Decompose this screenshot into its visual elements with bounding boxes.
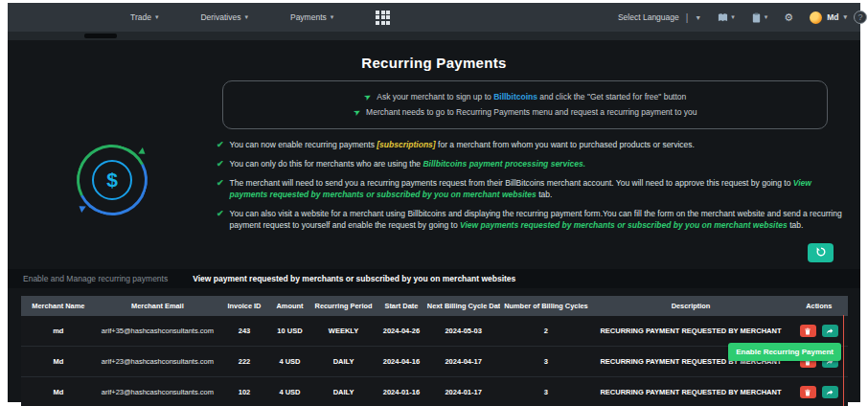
orders-menu[interactable]: ▾ xyxy=(718,12,735,23)
top-navbar: Trade ▾ Derivatives ▾ Payments ▾ Select … xyxy=(8,3,860,32)
check-icon: ✔ xyxy=(217,177,224,201)
check-icon: ✔ xyxy=(217,139,224,151)
nav-menu: Trade ▾ Derivatives ▾ Payments ▾ xyxy=(8,11,390,25)
col-start-date: Start Date xyxy=(377,296,426,316)
reports-menu[interactable]: ▾ xyxy=(751,12,768,23)
note-item: ✔ The merchant will need to send you a r… xyxy=(217,177,843,201)
gear-icon: ⚙ xyxy=(784,11,793,24)
chevron-down-icon: ▾ xyxy=(731,13,735,21)
tab-enable-manage[interactable]: Enable and Manage recurring payments xyxy=(23,274,168,283)
col-description: Description xyxy=(591,296,789,316)
help-icon[interactable]: ? xyxy=(854,11,867,24)
trash-icon xyxy=(804,324,811,338)
table-row: md arif+35@hashcashconsultants.com 243 1… xyxy=(21,316,848,347)
col-invoice-id: Invoice ID xyxy=(219,296,269,316)
forward-arrow-icon xyxy=(826,324,834,338)
chevron-down-icon: ▾ xyxy=(765,13,768,21)
col-actions: Actions xyxy=(790,296,848,316)
send-icon: ➤ xyxy=(352,106,362,118)
trash-icon xyxy=(804,385,811,399)
check-icon: ✔ xyxy=(217,158,224,170)
billbitcoins-link[interactable]: Billbitcoins xyxy=(493,92,537,102)
col-billing-cycles: Number of Billing Cycles xyxy=(500,296,591,316)
nav-derivatives[interactable]: Derivatives ▾ xyxy=(200,12,248,22)
app-window: Trade ▾ Derivatives ▾ Payments ▾ Select … xyxy=(8,3,860,402)
instructions-box: ➤ Ask your merchant to sign up to Billbi… xyxy=(222,80,828,129)
instruction-line: ➤ Merchant needs to go to Recurring Paym… xyxy=(233,104,817,120)
clipboard-icon xyxy=(751,12,762,23)
delete-recurring-button[interactable] xyxy=(800,386,816,398)
enable-recurring-tooltip: Enable Recurring Payment xyxy=(728,343,841,361)
notes-list: ✔ You can now enable recurring payments … xyxy=(217,139,860,237)
table-row: Md arif+23@hashcashconsultants.com 222 4… xyxy=(21,347,848,377)
tab-view-requested[interactable]: View payment requested by merchants or s… xyxy=(193,274,515,283)
table-row: Md arif+23@hashcashconsultants.com 102 4… xyxy=(21,377,848,406)
delete-recurring-button[interactable] xyxy=(800,325,816,337)
avatar xyxy=(810,11,822,24)
chevron-down-icon: ▾ xyxy=(244,13,248,21)
highlight-line xyxy=(843,315,844,406)
user-name: Md xyxy=(827,12,838,22)
strip-tab xyxy=(84,34,117,38)
send-icon: ➤ xyxy=(362,91,373,102)
language-selector[interactable]: Select Language | ▼ xyxy=(618,12,701,23)
refresh-icon xyxy=(815,246,827,260)
chevron-down-icon: ▾ xyxy=(331,13,334,21)
apps-grid-icon[interactable] xyxy=(376,11,390,25)
page-title: Recurring Payments xyxy=(8,55,860,71)
note-item: ✔ You can only do this for merchants who… xyxy=(217,158,843,170)
payments-table: Merchant Name Merchant Email Invoice ID … xyxy=(21,296,848,406)
user-menu[interactable]: Md ▾ xyxy=(810,11,847,24)
enable-recurring-button[interactable] xyxy=(822,386,838,398)
notes-section: $ ✔ You can now enable recurring payment… xyxy=(8,139,860,237)
col-recurring-period: Recurring Period xyxy=(310,296,377,316)
book-icon xyxy=(718,12,728,23)
note-item: ✔ You can now enable recurring payments … xyxy=(217,139,843,151)
col-amount: Amount xyxy=(269,296,310,316)
recurring-dollar-icon: $ xyxy=(77,145,148,215)
col-next-billing: Next Billing Cycle Date xyxy=(426,296,501,316)
instruction-line: ➤ Ask your merchant to sign up to Billbi… xyxy=(233,89,817,104)
nav-payments[interactable]: Payments ▾ xyxy=(290,12,333,22)
nav-right-group: Select Language | ▼ ▾ ▾ ⚙ Md xyxy=(618,11,860,24)
check-icon: ✔ xyxy=(217,208,224,232)
tabs-bar: Enable and Manage recurring payments Vie… xyxy=(8,269,860,288)
chevron-down-icon: ▾ xyxy=(155,13,159,21)
settings-button[interactable]: ⚙ xyxy=(784,11,793,24)
secondary-strip xyxy=(8,32,860,40)
chevron-down-icon: ▼ xyxy=(695,14,701,21)
chevron-down-icon: ▾ xyxy=(843,13,847,21)
col-merchant-name: Merchant Name xyxy=(21,296,96,316)
refresh-button[interactable] xyxy=(808,243,834,262)
view-payments-link[interactable]: View payments requested by merchants or … xyxy=(460,220,788,230)
nav-trade[interactable]: Trade ▾ xyxy=(130,12,158,22)
enable-recurring-button[interactable] xyxy=(822,325,838,337)
note-item: ✔ You can also visit a website for a mer… xyxy=(217,208,843,232)
table-header-row: Merchant Name Merchant Email Invoice ID … xyxy=(21,296,848,316)
forward-arrow-icon xyxy=(826,385,834,399)
col-merchant-email: Merchant Email xyxy=(96,296,219,316)
